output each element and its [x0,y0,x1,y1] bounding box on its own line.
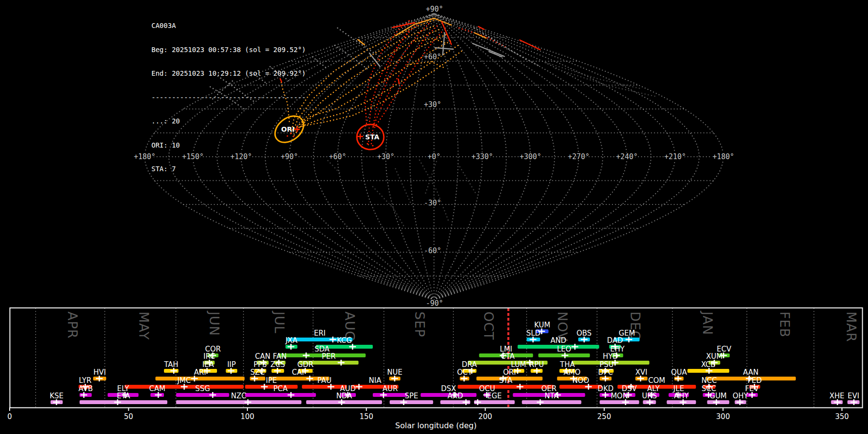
month-label-JUN: JUN [207,311,222,336]
shower-bar-NOO [559,385,602,389]
shower-label-TAH: TAH [163,360,178,369]
longitude-label: +0° [427,152,440,161]
shower-label-LEO: LEO [557,345,571,353]
month-label-JUL: JUL [272,311,287,334]
shower-bar-NZC [176,400,301,404]
shower-peak-ARD [462,399,469,405]
shower-peak-NTA [537,399,543,405]
shower-row: KSEETANZCNDASPEARDEGENTAMONURSAHYGUMOHYX… [50,392,860,405]
shower-label-PER: PER [322,352,336,361]
shower-label-ORI: ORI [503,368,516,377]
shower-label-ARI: ARI [194,368,206,377]
meteor-trail [420,160,448,221]
shower-label-CAP: CAP [292,368,306,377]
shower-label-OCT: OCT [457,368,473,377]
shower-peak-NIA [355,384,362,390]
month-label-MAY: MAY [136,312,151,340]
meteor-trail [384,29,410,82]
longitude-label: +180° [712,152,734,161]
shower-peak-ERI [329,337,336,342]
shower-label-PAU: PAU [317,376,331,385]
shower-label-EVI: EVI [848,392,859,400]
meteor-trail [395,169,411,203]
shower-label-FED: FED [747,376,762,385]
axis-tick-label: 350 [835,412,849,421]
meteor-trail [556,68,656,96]
latitude-label: +60° [424,53,441,61]
shower-label-SZC: SZC [250,368,265,377]
shower-label-XCB: XCB [701,360,716,369]
radiant-dot [366,143,368,144]
shower-bar-AUR [373,393,407,397]
shower-label-OHY: OHY [732,392,748,400]
shower-label-NZC: NZC [231,392,246,400]
shower-label-AUR: AUR [382,384,398,393]
axis-tick-label: 300 [716,412,730,421]
shower-label-MON: MON [610,392,628,400]
shower-label-IIP: IIP [227,360,236,369]
shower-bar-ETA [80,400,167,404]
shower-label-XHE: XHE [829,392,844,400]
shower-label-ETA: ETA [117,392,130,400]
meteor-trail [473,43,504,56]
month-label-SEP: SEP [412,312,427,337]
axis-tick-label: 200 [478,412,492,421]
shower-label-DPC: DPC [598,368,613,377]
axis-tick-label: 250 [597,412,611,421]
shower-label-IRC: IRC [203,352,216,361]
shower-bar-SSG [176,393,229,397]
shower-label-XVI: XVI [636,368,648,377]
meteor-radiant-and-activity-plot: +90°-90°+180°+150°+120°+90°+60°+30°+0°+3… [0,0,868,434]
x-axis-title: Solar longitude (deg) [395,421,477,430]
north-pole-label: +90° [426,5,443,14]
shower-bar-IPE [245,385,298,389]
shower-label-COM: COM [648,376,665,385]
shower-bar-STA [458,385,554,389]
separator-line: -------------------------------------- [151,94,306,102]
meteor-trail [416,39,447,43]
axis-tick-label: 150 [359,412,373,421]
radiant-cross-STA [357,134,363,139]
meteor-trail [435,48,453,49]
shower-peak-PER [338,360,344,366]
radiant-STA: STA [357,124,384,149]
meteor-trail [335,45,367,69]
shower-peak-CAP [306,376,313,381]
shower-rows: KUMERISLDOBSGEMJXAKCGANDDADCORSDALMILEOE… [50,321,860,405]
shower-label-ZCS: ZCS [271,360,285,369]
longitude-label: +300° [519,152,541,161]
meteor-trail [328,161,339,173]
shower-peak-STA [516,384,523,390]
shower-label-PCA: PCA [273,384,288,393]
month-label-MAR: MAR [844,312,859,342]
latitude-label: -30° [424,199,441,207]
longitude-label: +270° [568,152,589,161]
shower-bar-PCA [245,393,316,397]
shower-label-FAN: FAN [273,352,287,361]
month-label-APR: APR [65,312,80,339]
shower-peak-EGE [475,399,481,405]
sta-count: STA: 7 [151,165,306,173]
shower-label-AVB: AVB [79,384,93,393]
shower-label-NUE: NUE [387,368,403,377]
shower-label-SPE: SPE [405,392,418,400]
south-pole-label: -90° [426,299,443,308]
station-id: CA003A [151,22,306,30]
shower-peak-SSG [209,392,216,398]
sporadic-count: ...: 20 [151,117,306,125]
shower-label-AHY: AHY [674,392,690,400]
end-time: End: 20251023 10:29:12 (sol = 209.92°) [151,69,306,78]
shower-label-KSE: KSE [50,392,64,400]
shower-label-JXA: JXA [285,336,298,345]
shower-label-KUM: KUM [534,321,550,329]
meteor-trail [425,162,436,194]
shower-bar-ARI [155,377,244,380]
timeline-chart: APRMAYJUNJULAUGSEPOCTNOVDECJANFEBMARKUME… [7,308,862,431]
shower-label-HYD: HYD [603,352,618,361]
meteor-trail [373,187,404,227]
shower-peak-AND [571,344,578,350]
shower-peak-SDA [303,353,310,358]
meteor-trail [458,164,475,193]
shower-label-NCC: NCC [702,376,717,385]
shower-label-OBS: OBS [577,329,592,338]
